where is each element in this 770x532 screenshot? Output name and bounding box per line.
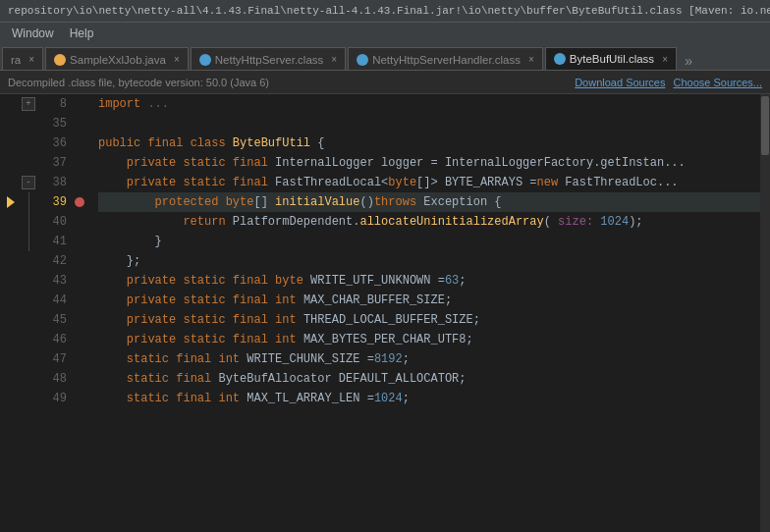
code-line-40: return PlatformDependent. allocateUninit…	[98, 212, 760, 232]
tab-netty-handler-icon	[357, 54, 368, 66]
tab-bytebuf-close[interactable]: ×	[662, 54, 668, 65]
tab-bytebuf-label: ByteBufUtil.class	[570, 53, 654, 65]
fold-37	[20, 153, 37, 173]
tab-bytebuf-icon	[554, 53, 566, 65]
bp-38	[75, 173, 90, 192]
decompiled-info-text: Decompiled .class file, bytecode version…	[8, 77, 269, 88]
menu-window[interactable]: Window	[4, 25, 62, 42]
line-num-48: 48	[37, 369, 67, 389]
fold-44	[20, 291, 37, 310]
gutter-38	[0, 173, 20, 192]
bp-42	[75, 251, 90, 271]
code-line-8: import ...	[98, 94, 760, 114]
tab-netty-handler-close[interactable]: ×	[528, 54, 534, 65]
bp-46	[75, 330, 90, 349]
tab-sample[interactable]: SampleXxlJob.java ×	[45, 47, 189, 71]
line-num-38: 38	[37, 173, 67, 192]
fold-35	[20, 114, 37, 133]
fold-46	[20, 330, 37, 349]
menu-bar: Window Help	[0, 22, 770, 43]
breakpoint-gutter	[75, 94, 90, 532]
tab-overflow[interactable]: »	[679, 54, 698, 70]
bp-36	[75, 133, 90, 153]
gutter-43	[0, 271, 20, 291]
breakpoint-dot-39	[75, 197, 84, 207]
fold-43	[20, 271, 37, 291]
code-line-41: }	[98, 232, 760, 251]
code-line-45: private static final int THREAD_LOCAL_BU…	[98, 310, 760, 330]
code-content[interactable]: import ... public final class ByteBufUti…	[90, 94, 760, 532]
gutter-39	[0, 192, 20, 212]
fold-41	[20, 232, 37, 251]
fold-icon-8[interactable]: +	[22, 97, 35, 111]
bp-45	[75, 310, 90, 330]
line-num-49: 49	[37, 389, 67, 408]
kw-import-8: import	[98, 94, 140, 114]
bp-44	[75, 291, 90, 310]
title-text: repository\io\netty\netty-all\4.1.43.Fin…	[8, 5, 770, 17]
line-num-37: 37	[37, 153, 67, 173]
info-bar: Decompiled .class file, bytecode version…	[0, 71, 770, 94]
tab-ra-close[interactable]: ×	[28, 54, 34, 65]
code-line-47: static final int WRITE_CHUNK_SIZE = 8192…	[98, 349, 760, 369]
editor: + - 8 35 36 37 38 39 40 41	[0, 94, 770, 532]
fold-49	[20, 389, 37, 408]
gutter-45	[0, 310, 20, 330]
bp-39[interactable]	[75, 192, 90, 212]
fold-line-41	[28, 232, 29, 251]
code-line-39: protected byte [] initialValue () throws…	[98, 192, 760, 212]
code-line-37: private static final InternalLogger logg…	[98, 153, 760, 173]
scrollbar-thumb[interactable]	[761, 96, 769, 155]
code-line-38: private static final FastThreadLocal< by…	[98, 173, 760, 192]
line-num-46: 46	[37, 330, 67, 349]
gutter-8	[0, 94, 20, 114]
bp-49	[75, 389, 90, 408]
tab-netty-server-close[interactable]: ×	[331, 54, 337, 65]
tab-netty-server[interactable]: NettyHttpServer.class ×	[191, 47, 346, 71]
tab-netty-server-icon	[199, 54, 211, 66]
bp-37	[75, 153, 90, 173]
line-num-47: 47	[37, 349, 67, 369]
tab-netty-handler[interactable]: NettyHttpServerHandler.class ×	[348, 47, 543, 71]
bp-47	[75, 349, 90, 369]
menu-help[interactable]: Help	[62, 25, 102, 42]
tab-bar: ra × SampleXxlJob.java × NettyHttpServer…	[0, 43, 770, 71]
line-num-40: 40	[37, 212, 67, 232]
tab-bytebuf[interactable]: ByteBufUtil.class ×	[545, 47, 677, 71]
fold-47	[20, 349, 37, 369]
vertical-scrollbar[interactable]	[760, 94, 770, 532]
line-num-43: 43	[37, 271, 67, 291]
choose-sources-link[interactable]: Choose Sources...	[674, 77, 763, 88]
line-num-8: 8	[37, 94, 67, 114]
gutter-37	[0, 153, 20, 173]
tab-ra[interactable]: ra ×	[2, 47, 43, 71]
fold-38: -	[20, 173, 37, 192]
code-line-43: private static final byte WRITE_UTF_UNKN…	[98, 271, 760, 291]
tab-sample-icon	[54, 54, 66, 66]
fold-48	[20, 369, 37, 389]
download-sources-link[interactable]: Download Sources	[575, 77, 665, 88]
fold-36	[20, 133, 37, 153]
tab-sample-close[interactable]: ×	[174, 54, 180, 65]
fold-8: +	[20, 94, 37, 114]
code-line-35	[98, 114, 760, 133]
line-num-42: 42	[37, 251, 67, 271]
gutter-44	[0, 291, 20, 310]
fold-40	[20, 212, 37, 232]
code-line-46: private static final int MAX_BYTES_PER_C…	[98, 330, 760, 349]
bp-41	[75, 232, 90, 251]
fold-42	[20, 251, 37, 271]
exec-arrow-39	[7, 196, 15, 208]
tab-netty-handler-label: NettyHttpServerHandler.class	[372, 54, 521, 66]
fold-45	[20, 310, 37, 330]
code-line-48: static final ByteBufAllocator DEFAULT_AL…	[98, 369, 760, 389]
gutter-42	[0, 251, 20, 271]
fold-gutter: + -	[20, 94, 37, 532]
bp-48	[75, 369, 90, 389]
tab-ra-label: ra	[11, 54, 21, 66]
line-num-44: 44	[37, 291, 67, 310]
gutter-47	[0, 349, 20, 369]
fold-icon-38[interactable]: -	[22, 176, 35, 189]
line-num-36: 36	[37, 133, 67, 153]
code-line-36: public final class ByteBufUtil {	[98, 133, 760, 153]
